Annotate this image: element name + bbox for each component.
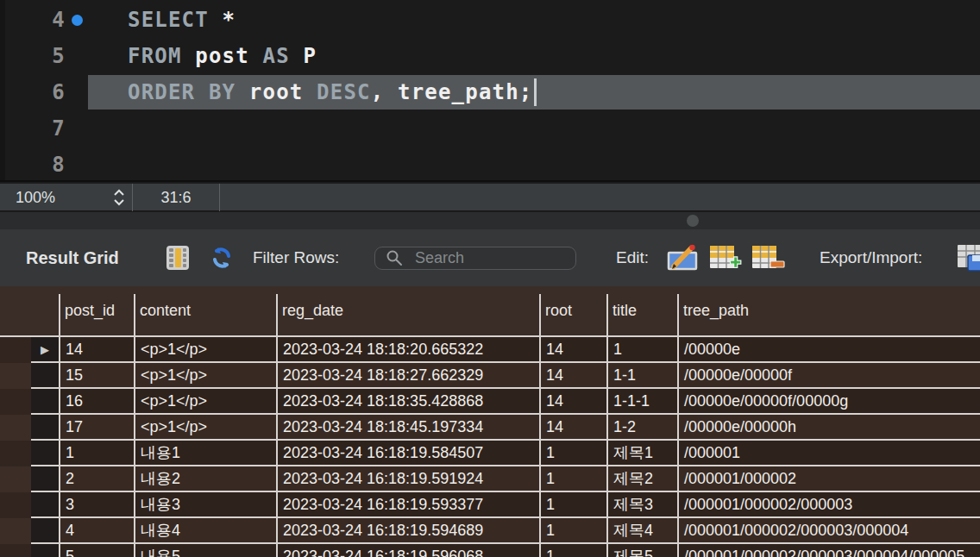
cell-title[interactable]: 1 [606,337,677,363]
cell-title[interactable]: 1-2 [606,415,677,441]
cell-title[interactable]: 제목3 [606,492,677,518]
cell-tree_path[interactable]: /000001/000002 [677,466,980,492]
row-selector[interactable] [31,363,59,389]
grid-header-row: post_idcontentreg_dateroottitletree_path [0,286,980,337]
cell-content[interactable]: <p>1</p> [134,389,276,415]
table-row[interactable]: 15<p>1</p>2023-03-24 18:18:27.662329141-… [0,363,980,389]
column-header-tree_path[interactable]: tree_path [677,286,980,335]
table-row[interactable]: ▶14<p>1</p>2023-03-24 18:18:20.665322141… [0,337,980,363]
table-row[interactable]: 3내용32023-03-24 16:18:19.5933771제목3/00000… [0,492,980,518]
cell-post_id[interactable]: 14 [59,337,134,363]
cell-root[interactable]: 14 [539,337,606,363]
cell-content[interactable]: <p>1</p> [134,415,276,441]
cell-tree_path[interactable]: /00000e [677,337,980,363]
cell-content[interactable]: 내용5 [134,544,276,557]
result-grid-toggle-button[interactable] [166,229,189,286]
sql-editor[interactable]: 4SELECT *5FROM post AS P6ORDER BY root D… [0,0,980,182]
export-button[interactable] [956,229,980,286]
add-row-button[interactable] [708,229,743,286]
cell-reg_date[interactable]: 2023-03-24 16:18:19.591924 [276,466,539,492]
cell-reg_date[interactable]: 2023-03-24 18:18:35.428868 [276,389,539,415]
refresh-button[interactable] [210,229,234,286]
cell-root[interactable]: 1 [539,544,606,557]
cell-reg_date[interactable]: 2023-03-24 18:18:27.662329 [276,363,539,389]
cell-post_id[interactable]: 4 [59,518,134,544]
cell-tree_path[interactable]: /000001 [677,441,980,466]
cell-content[interactable]: 내용1 [134,441,276,466]
cell-post_id[interactable]: 5 [59,544,134,557]
cell-reg_date[interactable]: 2023-03-24 16:18:19.596068 [276,544,539,557]
column-header-post_id[interactable]: post_id [59,286,134,335]
edit-record-button[interactable] [666,229,700,286]
zoom-stepper[interactable] [110,184,128,211]
cell-root[interactable]: 1 [539,441,606,466]
pane-splitter[interactable] [0,212,980,229]
cell-root[interactable]: 1 [539,466,606,492]
cell-title[interactable]: 1-1 [606,363,677,389]
cell-reg_date[interactable]: 2023-03-24 18:18:20.665322 [276,337,539,363]
cell-post_id[interactable]: 15 [59,363,134,389]
search-field[interactable] [374,229,576,286]
cell-tree_path[interactable]: /000001/000002/000003/000004/000005 [677,544,980,557]
column-header-content[interactable]: content [134,286,276,335]
code-line[interactable]: 6ORDER BY root DESC, tree_path; [0,74,980,110]
table-row[interactable]: 4내용42023-03-24 16:18:19.5946891제목4/00000… [0,518,980,544]
cell-post_id[interactable]: 17 [59,415,134,441]
column-header-reg_date[interactable]: reg_date [276,286,539,335]
cell-content[interactable]: 내용4 [134,518,276,544]
cell-post_id[interactable]: 16 [59,389,134,415]
column-header-root[interactable]: root [539,286,606,335]
code-line[interactable]: 5FROM post AS P [0,38,980,74]
table-row[interactable]: 2내용22023-03-24 16:18:19.5919241제목2/00000… [0,466,980,492]
code-line[interactable]: 8 [0,147,980,183]
cell-reg_date[interactable]: 2023-03-24 16:18:19.593377 [276,492,539,518]
row-selector[interactable]: ▶ [31,337,59,363]
cell-reg_date[interactable]: 2023-03-24 16:18:19.584507 [276,441,539,466]
column-header-title[interactable]: title [606,286,677,335]
row-selector[interactable] [31,492,59,518]
cell-content[interactable]: <p>1</p> [134,337,276,363]
cell-root[interactable]: 14 [539,363,606,389]
cell-post_id[interactable]: 3 [59,492,134,518]
cell-root[interactable]: 1 [539,518,606,544]
grid-columns-icon [166,246,189,270]
table-row[interactable]: 1내용12023-03-24 16:18:19.5845071제목1/00000… [0,441,980,466]
cell-title[interactable]: 1-1-1 [606,389,677,415]
line-number: 4 [0,8,66,32]
cell-tree_path[interactable]: /00000e/00000f/00000g [677,389,980,415]
cell-tree_path[interactable]: /00000e/00000f [677,363,980,389]
cell-content[interactable]: 내용3 [134,492,276,518]
row-selector[interactable] [31,518,59,544]
code-segment: P [290,44,317,68]
row-selector[interactable] [31,441,59,466]
cell-title[interactable]: 제목5 [606,544,677,557]
code-line[interactable]: 4SELECT * [0,2,980,38]
search-input[interactable] [374,247,576,270]
cell-post_id[interactable]: 1 [59,441,134,466]
delete-row-button[interactable] [751,229,785,286]
cell-reg_date[interactable]: 2023-03-24 18:18:45.197334 [276,415,539,441]
code-line[interactable]: 7 [0,110,980,147]
cell-tree_path[interactable]: /000001/000002/000003/000004 [677,518,980,544]
table-row[interactable]: 17<p>1</p>2023-03-24 18:18:45.197334141-… [0,415,980,441]
cell-content[interactable]: <p>1</p> [134,363,276,389]
statusbar-divider [132,184,133,211]
cell-title[interactable]: 제목2 [606,466,677,492]
table-row[interactable]: 16<p>1</p>2023-03-24 18:18:35.428868141-… [0,389,980,415]
cell-root[interactable]: 14 [539,415,606,441]
cell-reg_date[interactable]: 2023-03-24 16:18:19.594689 [276,518,539,544]
row-selector[interactable] [31,389,59,415]
cell-title[interactable]: 제목4 [606,518,677,544]
row-selector[interactable] [31,466,59,492]
cell-title[interactable]: 제목1 [606,441,677,466]
cell-root[interactable]: 1 [539,492,606,518]
table-row[interactable]: 5내용52023-03-24 16:18:19.5960681제목5/00000… [0,544,980,557]
cell-tree_path[interactable]: /000001/000002/000003 [677,492,980,518]
row-selector[interactable] [31,415,59,441]
cell-tree_path[interactable]: /00000e/00000h [677,415,980,441]
cell-content[interactable]: 내용2 [134,466,276,492]
row-selector[interactable] [31,544,59,557]
code-text: FROM post AS P [88,39,980,73]
cell-post_id[interactable]: 2 [59,466,134,492]
cell-root[interactable]: 14 [539,389,606,415]
